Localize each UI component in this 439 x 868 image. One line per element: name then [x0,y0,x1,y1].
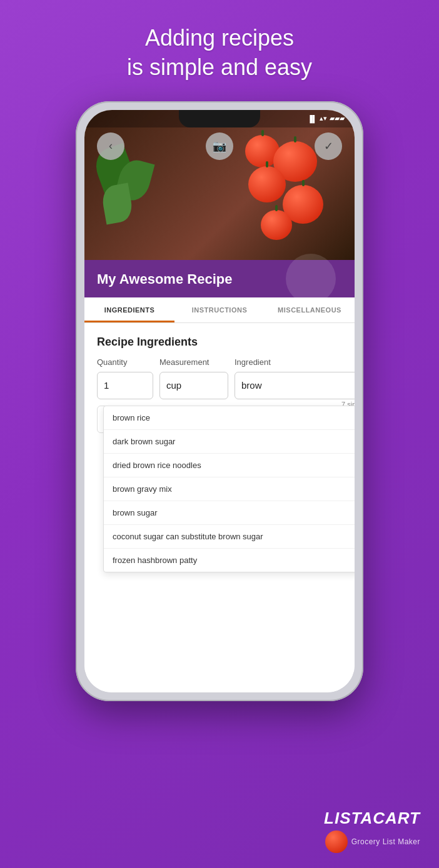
hero-image: ‹ 📷 ✓ [84,110,355,260]
dropdown-item-6[interactable]: frozen hashbrown patty 1 [104,549,355,572]
item-name-3: brown gravy mix [113,484,355,494]
dropdown-item-0[interactable]: brown rice 4 [104,406,355,430]
input-row-1: 7 similar brown rice 4 dark brown sugar … [97,372,342,399]
back-button[interactable]: ‹ [97,132,124,160]
column-headers: Quantity Measurement Ingredient [97,357,342,367]
header-title-line2: is simple and easy [127,54,312,80]
dropdown-item-5[interactable]: coconut sugar can substitute brown sugar… [104,525,355,549]
autocomplete-dropdown: brown rice 4 dark brown sugar 2 dried br… [103,406,355,572]
battery-icon: ▰▰▰ [330,114,345,122]
item-name-1: dark brown sugar [113,437,355,446]
notch [179,110,260,127]
col-header-ingredient: Ingredient [235,357,342,367]
col-header-quantity: Quantity [97,357,153,367]
camera-button[interactable]: 📷 [206,132,233,160]
autocomplete-wrapper: 7 similar brown rice 4 dark brown sugar … [235,372,355,399]
item-name-0: brown rice [113,413,355,422]
wifi-icon: ▴▾ [320,114,327,122]
dropdown-item-1[interactable]: dark brown sugar 2 [104,430,355,454]
page-header: Adding recipes is simple and easy [114,0,325,95]
measurement-input-1[interactable] [159,372,228,399]
branding-name: LISTACART [324,809,420,828]
item-name-6: frozen hashbrown patty [113,556,355,565]
dropdown-item-3[interactable]: brown gravy mix 1 [104,477,355,501]
tabs-bar: INGREDIENTS INSTRUCTIONS MISCELLANEOUS [84,297,355,323]
phone-frame: ▐▌ ▴▾ ▰▰▰ [76,101,363,701]
main-content: Recipe Ingredients Quantity Measurement … [84,323,355,692]
tab-ingredients[interactable]: INGREDIENTS [84,297,174,322]
dropdown-item-2[interactable]: dried brown rice noodles 1 [104,454,355,477]
recipe-title-bar: My Awesome Recipe [84,260,355,297]
back-icon: ‹ [109,139,113,152]
branding-tomato-icon [325,831,348,853]
tab-instructions[interactable]: INSTRUCTIONS [174,297,265,322]
signal-icon: ▐▌ [307,115,317,122]
branding-area: LISTACART Grocery List Maker [324,809,420,853]
item-name-2: dried brown rice noodles [113,461,355,470]
tab-miscellaneous[interactable]: MISCELLANEOUS [265,297,355,322]
item-name-4: brown sugar [113,508,355,517]
quantity-input-1[interactable] [97,372,153,399]
decorative-circle [286,254,336,304]
item-name-5: coconut sugar can substitute brown sugar [113,532,355,541]
dropdown-item-4[interactable]: brown sugar 1 [104,501,355,525]
confirm-button[interactable]: ✓ [315,132,342,160]
header-title-line1: Adding recipes [145,25,294,51]
col-header-measurement: Measurement [159,357,228,367]
ingredient-input-1[interactable] [235,372,355,399]
camera-icon: 📷 [213,139,226,153]
branding-subtitle: Grocery List Maker [351,837,420,846]
confirm-icon: ✓ [324,139,333,153]
section-title: Recipe Ingredients [97,336,342,349]
hero-nav: ‹ 📷 ✓ [84,132,355,160]
